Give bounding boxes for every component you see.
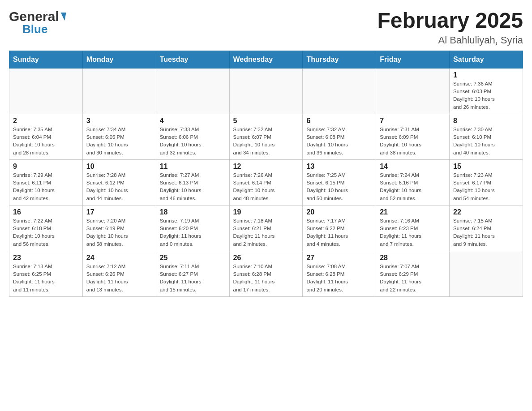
day-number: 22 — [453, 208, 519, 216]
day-number: 13 — [306, 163, 372, 171]
calendar-cell: 22Sunrise: 7:15 AM Sunset: 6:24 PM Dayli… — [450, 205, 523, 251]
day-number: 14 — [380, 163, 446, 171]
title-area: February 2025 Al Bahluliyah, Syria — [377, 9, 523, 46]
calendar-cell: 16Sunrise: 7:22 AM Sunset: 6:18 PM Dayli… — [9, 205, 83, 251]
calendar-header-saturday: Saturday — [450, 51, 523, 68]
calendar-header-sunday: Sunday — [9, 51, 83, 68]
calendar-cell — [9, 68, 83, 114]
day-number: 6 — [306, 117, 372, 125]
day-number: 24 — [86, 254, 152, 262]
day-info: Sunrise: 7:10 AM Sunset: 6:28 PM Dayligh… — [233, 263, 299, 294]
logo-blue-text: Blue — [22, 22, 47, 36]
calendar-header-thursday: Thursday — [303, 51, 376, 68]
day-info: Sunrise: 7:17 AM Sunset: 6:22 PM Dayligh… — [306, 217, 372, 248]
day-number: 11 — [160, 163, 226, 171]
calendar-cell: 14Sunrise: 7:24 AM Sunset: 6:16 PM Dayli… — [376, 159, 450, 205]
day-number: 23 — [13, 254, 79, 262]
day-number: 19 — [233, 208, 299, 216]
day-number: 20 — [306, 208, 372, 216]
calendar-cell: 23Sunrise: 7:13 AM Sunset: 6:25 PM Dayli… — [9, 251, 83, 296]
calendar-cell: 28Sunrise: 7:07 AM Sunset: 6:29 PM Dayli… — [376, 251, 450, 296]
calendar-cell: 11Sunrise: 7:27 AM Sunset: 6:13 PM Dayli… — [156, 159, 229, 205]
day-number: 28 — [380, 254, 446, 262]
week-row-5: 23Sunrise: 7:13 AM Sunset: 6:25 PM Dayli… — [9, 251, 523, 296]
calendar-cell: 13Sunrise: 7:25 AM Sunset: 6:15 PM Dayli… — [303, 159, 376, 205]
calendar-cell — [82, 68, 156, 114]
month-title: February 2025 — [377, 9, 523, 33]
calendar-cell: 1Sunrise: 7:36 AM Sunset: 6:03 PM Daylig… — [450, 68, 523, 114]
calendar-cell — [450, 251, 523, 296]
calendar-header-monday: Monday — [82, 51, 156, 68]
week-row-3: 9Sunrise: 7:29 AM Sunset: 6:11 PM Daylig… — [9, 159, 523, 205]
day-info: Sunrise: 7:13 AM Sunset: 6:25 PM Dayligh… — [13, 263, 79, 294]
logo: General Blue — [9, 9, 65, 36]
calendar-cell: 17Sunrise: 7:20 AM Sunset: 6:19 PM Dayli… — [82, 205, 156, 251]
day-info: Sunrise: 7:11 AM Sunset: 6:27 PM Dayligh… — [160, 263, 226, 294]
calendar-cell: 19Sunrise: 7:18 AM Sunset: 6:21 PM Dayli… — [229, 205, 303, 251]
day-info: Sunrise: 7:25 AM Sunset: 6:15 PM Dayligh… — [306, 171, 372, 202]
calendar-header-friday: Friday — [376, 51, 450, 68]
calendar-cell: 2Sunrise: 7:35 AM Sunset: 6:04 PM Daylig… — [9, 114, 83, 159]
calendar-cell: 5Sunrise: 7:32 AM Sunset: 6:07 PM Daylig… — [229, 114, 303, 159]
day-info: Sunrise: 7:12 AM Sunset: 6:26 PM Dayligh… — [86, 263, 152, 294]
day-info: Sunrise: 7:15 AM Sunset: 6:24 PM Dayligh… — [453, 217, 519, 248]
calendar-header-tuesday: Tuesday — [156, 51, 229, 68]
calendar-cell: 15Sunrise: 7:23 AM Sunset: 6:17 PM Dayli… — [450, 159, 523, 205]
week-row-4: 16Sunrise: 7:22 AM Sunset: 6:18 PM Dayli… — [9, 205, 523, 251]
day-number: 1 — [453, 71, 519, 79]
day-number: 7 — [380, 117, 446, 125]
calendar-header-wednesday: Wednesday — [229, 51, 303, 68]
calendar-cell: 24Sunrise: 7:12 AM Sunset: 6:26 PM Dayli… — [82, 251, 156, 296]
calendar-cell: 20Sunrise: 7:17 AM Sunset: 6:22 PM Dayli… — [303, 205, 376, 251]
day-number: 18 — [160, 208, 226, 216]
day-info: Sunrise: 7:30 AM Sunset: 6:10 PM Dayligh… — [453, 126, 519, 157]
calendar-cell: 3Sunrise: 7:34 AM Sunset: 6:05 PM Daylig… — [82, 114, 156, 159]
day-info: Sunrise: 7:32 AM Sunset: 6:07 PM Dayligh… — [233, 126, 299, 157]
day-info: Sunrise: 7:08 AM Sunset: 6:28 PM Dayligh… — [306, 263, 372, 294]
calendar: SundayMondayTuesdayWednesdayThursdayFrid… — [9, 51, 523, 297]
calendar-cell — [156, 68, 229, 114]
calendar-cell: 9Sunrise: 7:29 AM Sunset: 6:11 PM Daylig… — [9, 159, 83, 205]
day-info: Sunrise: 7:35 AM Sunset: 6:04 PM Dayligh… — [13, 126, 79, 157]
calendar-cell — [376, 68, 450, 114]
logo-general-text: General — [9, 9, 59, 24]
day-info: Sunrise: 7:24 AM Sunset: 6:16 PM Dayligh… — [380, 171, 446, 202]
week-row-1: 1Sunrise: 7:36 AM Sunset: 6:03 PM Daylig… — [9, 68, 523, 114]
calendar-cell — [229, 68, 303, 114]
day-number: 21 — [380, 208, 446, 216]
day-info: Sunrise: 7:26 AM Sunset: 6:14 PM Dayligh… — [233, 171, 299, 202]
calendar-cell: 6Sunrise: 7:32 AM Sunset: 6:08 PM Daylig… — [303, 114, 376, 159]
day-info: Sunrise: 7:19 AM Sunset: 6:20 PM Dayligh… — [160, 217, 226, 248]
day-number: 4 — [160, 117, 226, 125]
calendar-cell: 27Sunrise: 7:08 AM Sunset: 6:28 PM Dayli… — [303, 251, 376, 296]
day-info: Sunrise: 7:33 AM Sunset: 6:06 PM Dayligh… — [160, 126, 226, 157]
day-info: Sunrise: 7:27 AM Sunset: 6:13 PM Dayligh… — [160, 171, 226, 202]
day-info: Sunrise: 7:34 AM Sunset: 6:05 PM Dayligh… — [86, 126, 152, 157]
calendar-cell: 8Sunrise: 7:30 AM Sunset: 6:10 PM Daylig… — [450, 114, 523, 159]
day-number: 12 — [233, 163, 299, 171]
day-number: 5 — [233, 117, 299, 125]
day-number: 2 — [13, 117, 79, 125]
day-number: 26 — [233, 254, 299, 262]
day-number: 15 — [453, 163, 519, 171]
calendar-cell: 21Sunrise: 7:16 AM Sunset: 6:23 PM Dayli… — [376, 205, 450, 251]
week-row-2: 2Sunrise: 7:35 AM Sunset: 6:04 PM Daylig… — [9, 114, 523, 159]
day-info: Sunrise: 7:22 AM Sunset: 6:18 PM Dayligh… — [13, 217, 79, 248]
location-title: Al Bahluliyah, Syria — [377, 34, 523, 46]
day-number: 25 — [160, 254, 226, 262]
day-number: 3 — [86, 117, 152, 125]
day-info: Sunrise: 7:16 AM Sunset: 6:23 PM Dayligh… — [380, 217, 446, 248]
day-info: Sunrise: 7:23 AM Sunset: 6:17 PM Dayligh… — [453, 171, 519, 202]
day-number: 17 — [86, 208, 152, 216]
calendar-cell: 4Sunrise: 7:33 AM Sunset: 6:06 PM Daylig… — [156, 114, 229, 159]
day-number: 8 — [453, 117, 519, 125]
header: General Blue February 2025 Al Bahluliyah… — [9, 9, 523, 46]
calendar-header-row: SundayMondayTuesdayWednesdayThursdayFrid… — [9, 51, 523, 68]
calendar-cell: 26Sunrise: 7:10 AM Sunset: 6:28 PM Dayli… — [229, 251, 303, 296]
logo-arrow-icon — [59, 13, 66, 21]
calendar-cell: 10Sunrise: 7:28 AM Sunset: 6:12 PM Dayli… — [82, 159, 156, 205]
calendar-cell: 18Sunrise: 7:19 AM Sunset: 6:20 PM Dayli… — [156, 205, 229, 251]
day-number: 9 — [13, 163, 79, 171]
day-info: Sunrise: 7:32 AM Sunset: 6:08 PM Dayligh… — [306, 126, 372, 157]
calendar-cell: 12Sunrise: 7:26 AM Sunset: 6:14 PM Dayli… — [229, 159, 303, 205]
